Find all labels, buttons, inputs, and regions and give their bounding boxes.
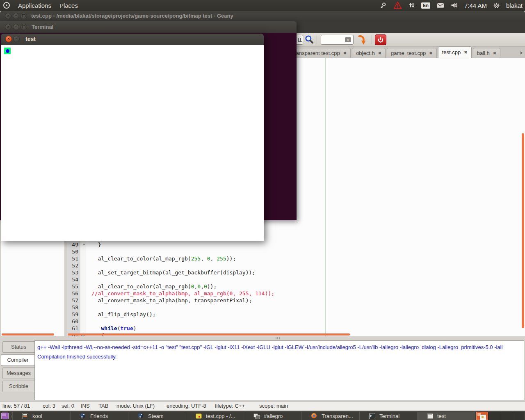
tab-game-test-cpp[interactable]: game_test.cpp✖ — [387, 48, 437, 58]
task-steam[interactable]: Steam — [128, 412, 186, 420]
close-icon[interactable]: × — [5, 13, 11, 19]
editor-hscrollbar[interactable] — [68, 333, 350, 336]
tab-close-icon[interactable]: ✖ — [378, 51, 381, 55]
terminal-icon — [369, 413, 375, 419]
editor-line-57[interactable]: 57 al_convert_mask_to_alpha(bmp, transpa… — [67, 297, 525, 304]
editor-line-58[interactable]: 58 — [67, 304, 525, 311]
compiler-line-2[interactable]: Compilation finished successfully. — [37, 352, 521, 361]
steam-tray-icon[interactable] — [380, 2, 387, 9]
editor-line-50[interactable]: 50 — [67, 248, 525, 255]
minimize-icon[interactable]: − — [13, 24, 19, 30]
blue-ball — [6, 49, 9, 53]
close-icon[interactable]: × — [5, 36, 12, 42]
clock[interactable]: 7:44 AM — [464, 2, 487, 9]
fold-column — [80, 269, 86, 276]
task-test[interactable]: test — [417, 412, 475, 420]
minimize-icon[interactable]: − — [13, 36, 20, 42]
task-test-cpp-[interactable]: test.cpp - /... — [186, 412, 244, 420]
compiler-output[interactable]: g++ -Wall -lpthread -Wl,--no-as-needed -… — [34, 340, 524, 400]
quit-button[interactable] — [375, 34, 386, 45]
tab-close-icon[interactable]: ✖ — [429, 51, 432, 55]
workspace-2[interactable] — [488, 412, 500, 420]
maximize-icon[interactable] — [21, 24, 27, 30]
tab-transparent-test-cpp[interactable]: Transparent test.cpp✖ — [287, 48, 351, 58]
fold-column — [80, 325, 86, 332]
statusbar-selection: sel: 0 — [62, 403, 74, 409]
tab-object-h[interactable]: object.h✖ — [352, 48, 386, 58]
search-icon[interactable] — [304, 34, 314, 44]
keyboard-layout-indicator[interactable]: En — [421, 2, 430, 9]
editor-line-60[interactable]: 60 — [67, 318, 525, 325]
tab-close-icon[interactable]: ✖ — [464, 50, 467, 55]
clear-icon[interactable]: × — [345, 37, 351, 42]
message-tab-status[interactable]: Status — [2, 341, 34, 353]
close-icon[interactable]: × — [5, 24, 11, 30]
editor-line-61[interactable]: 61 while(true) — [67, 325, 525, 332]
editor-line-51[interactable]: 51 al_clear_to_color(al_map_rgb(255, 0, … — [67, 255, 525, 262]
task-friends[interactable]: Friends — [70, 412, 128, 420]
workspace-1[interactable] — [476, 412, 488, 420]
message-tab-scribble[interactable]: Scribble — [2, 381, 34, 392]
distributor-logo-icon[interactable] — [3, 2, 10, 9]
line-number: 57 — [67, 297, 80, 304]
geany-titlebar[interactable]: × − test.cpp - /media/blakat/storage/pro… — [0, 11, 525, 21]
tab-label: test.cpp — [442, 49, 461, 55]
maximize-icon[interactable] — [21, 13, 27, 19]
minimize-icon[interactable]: − — [13, 13, 19, 19]
workspace-switcher[interactable] — [476, 412, 524, 420]
menu-applications[interactable]: Applications — [18, 2, 51, 9]
compiler-line-1[interactable]: g++ -Wall -lpthread -Wl,--no-as-needed -… — [37, 342, 521, 352]
tab-ball-h[interactable]: ball.h✖ — [473, 48, 500, 58]
statusbar-tab-mode: TAB — [98, 403, 108, 409]
task-label: Terminal — [379, 413, 399, 419]
line-number: 60 — [67, 318, 80, 325]
workspace-3[interactable] — [500, 412, 512, 420]
fold-column — [80, 304, 86, 311]
statusbar-scope: scope: main — [259, 403, 288, 409]
task-kool[interactable]: kool — [12, 412, 70, 420]
warning-icon[interactable] — [393, 1, 402, 9]
message-tab-compiler[interactable]: Compiler — [1, 354, 34, 366]
session-gear-icon[interactable] — [493, 2, 500, 9]
task-transparen-[interactable]: Transparen... — [301, 412, 359, 420]
editor-line-55[interactable]: 55 al_clear_to_color(al_map_rgb(0,0,0)); — [67, 283, 525, 290]
statusbar-filetype: filetype: C++ — [215, 403, 245, 409]
workspace-4[interactable] — [512, 412, 524, 420]
tab-test-cpp[interactable]: test.cpp✖ — [438, 46, 472, 58]
test-window-title: test — [25, 36, 36, 42]
test-titlebar[interactable]: × − test — [1, 34, 264, 45]
editor-line-49[interactable]: 49 } — [67, 241, 525, 248]
terminal-titlebar[interactable]: × − Terminal — [0, 21, 297, 33]
code-text: al_clear_to_color(al_map_rgb(0,0,0)); — [91, 283, 217, 290]
test-canvas — [1, 45, 264, 241]
tab-close-icon[interactable]: ✖ — [343, 51, 347, 55]
network-arrows-icon[interactable] — [409, 2, 415, 9]
volume-icon[interactable] — [450, 2, 458, 9]
search-input[interactable]: × — [321, 35, 354, 45]
editor-line-59[interactable]: 59 al_flip_display(); — [67, 311, 525, 318]
tab-label: Transparent test.cpp — [291, 50, 340, 56]
editor-line-54[interactable]: 54 — [67, 276, 525, 283]
task-label: test.cpp - /... — [206, 413, 235, 419]
jump-to-icon[interactable] — [356, 34, 368, 46]
editor-line-53[interactable]: 53 al_set_target_bitmap(al_get_backbuffe… — [67, 269, 525, 276]
editor-line-52[interactable]: 52 — [67, 262, 525, 269]
editor-vscrollbar[interactable] — [522, 133, 524, 328]
sidebar-hscrollbar[interactable] — [2, 333, 54, 336]
username[interactable]: blakat — [506, 2, 523, 9]
task-terminal[interactable]: Terminal — [359, 412, 417, 420]
menu-places[interactable]: Places — [59, 2, 78, 9]
tab-close-icon[interactable]: ✖ — [493, 51, 496, 55]
message-tab-messages[interactable]: Messages — [2, 368, 34, 379]
fold-marker-icon[interactable] — [80, 241, 86, 248]
statusbar-cursor-position: line: 57 / 81 — [2, 403, 30, 409]
goto-line-entry[interactable] — [296, 35, 303, 45]
line-number: 54 — [67, 276, 80, 283]
tab-scroll-right-icon[interactable] — [520, 51, 523, 55]
editor-line-56[interactable]: 56//al_convert_mask_to_alpha(bmp, al_map… — [67, 290, 525, 297]
show-desktop-icon[interactable] — [1, 413, 9, 419]
task--allegro[interactable]: #allegro — [244, 412, 301, 420]
message-splitter[interactable] — [0, 336, 525, 340]
taskbar-grip — [11, 413, 12, 419]
mail-icon[interactable] — [436, 2, 444, 8]
